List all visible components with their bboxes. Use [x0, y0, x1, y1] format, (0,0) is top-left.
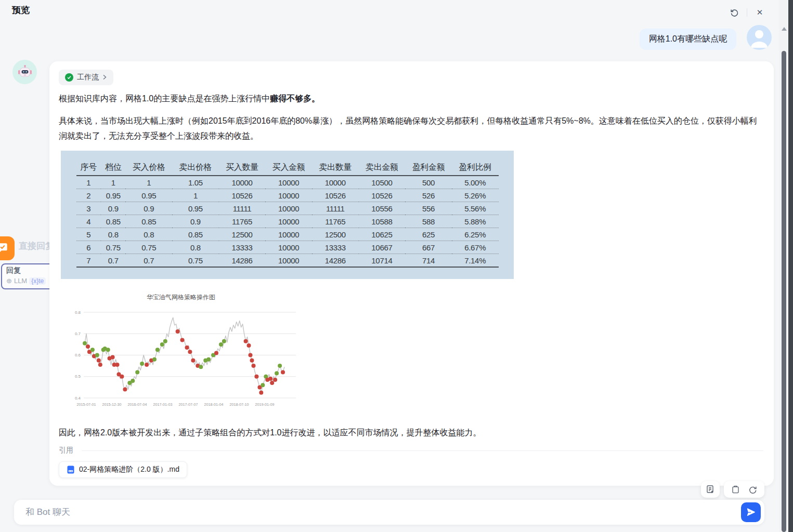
chat-input[interactable]	[25, 500, 743, 525]
svg-text:2015-07-01: 2015-07-01	[77, 402, 96, 407]
robot-icon	[17, 64, 33, 80]
refresh-icon	[729, 7, 739, 18]
answer-paragraph-1: 根据知识库内容，网格1.0的主要缺点是在强势上涨行情中赚得不够多。	[59, 91, 762, 106]
composer-bar	[14, 500, 764, 525]
chevron-right-icon	[102, 73, 107, 82]
bot-avatar	[12, 60, 37, 84]
log-icon	[706, 485, 715, 494]
page-title: 预览	[12, 4, 30, 16]
table-row: 40.850.850.9117651000011765105885885.88%	[76, 215, 499, 228]
answer-paragraph-3: 因此，网格2.0版本被开发出来，通过子策略组合的方式对1.0进行改进，以适应不同…	[59, 425, 762, 440]
strategy-chart-svg: 华宝油气网格策略操作图0.80.70.60.50.42015-07-012015…	[61, 285, 302, 416]
bot-message-card: 工作流 根据知识库内容，网格1.0的主要缺点是在强势上涨行情中赚得不够多。 具体…	[49, 61, 774, 486]
workflow-label: 工作流	[77, 73, 99, 82]
strategy-chart-image: 华宝油气网格策略操作图0.80.70.60.50.42015-07-012015…	[61, 285, 302, 416]
table-row: 1111.05100001000010000105005005.00%	[76, 176, 499, 189]
chat-check-icon	[0, 242, 9, 255]
message-actions	[724, 481, 764, 498]
table-row: 20.950.951105261000010526105265265.26%	[76, 189, 499, 202]
clipboard-icon[interactable]	[731, 485, 740, 494]
citation-file-name: 02-网格策略进阶（2.0 版）.md	[79, 465, 179, 474]
workflow-check-icon	[65, 73, 73, 82]
citation-label: 引用	[59, 446, 73, 455]
llm-var-chip: {x}te	[29, 277, 46, 285]
llm-label: LLM	[14, 277, 27, 285]
workflow-node-direct-reply-label: 直接回复	[19, 240, 54, 252]
svg-text:0.5: 0.5	[75, 374, 81, 379]
regenerate-icon[interactable]	[748, 485, 757, 494]
view-log-button[interactable]	[701, 481, 720, 498]
table-row: 50.80.80.85125001000012500106256256.25%	[76, 228, 499, 241]
workflow-node-direct-reply-icon[interactable]	[0, 236, 15, 260]
send-icon	[746, 507, 756, 517]
svg-text:2018-01-04: 2018-01-04	[204, 402, 224, 407]
topbar-actions: ✕	[727, 5, 767, 20]
svg-text:0.7: 0.7	[75, 331, 81, 336]
answer-bold-phrase: 赚得不够多。	[270, 94, 320, 103]
window-edge	[788, 0, 793, 532]
svg-text:2017-07-07: 2017-07-07	[179, 402, 198, 407]
person-icon	[747, 25, 772, 50]
send-button[interactable]	[741, 502, 761, 522]
reset-conversation-button[interactable]	[727, 5, 742, 20]
table-row: 30.90.90.95111111000011111105565565.56%	[76, 202, 499, 215]
scroll-up-arrow[interactable]	[782, 27, 787, 31]
user-message-bubble: 网格1.0有哪些缺点呢	[640, 29, 736, 50]
table-row: 70.70.70.75142861000014286107147147.14%	[76, 254, 499, 268]
svg-text:0.6: 0.6	[75, 353, 81, 357]
llm-plus-icon: ⊕	[6, 277, 12, 285]
grid-table: 序号档位买入价格卖出价格买入数量买入金额卖出数量卖出金额盈利金额盈利比例1111…	[76, 160, 499, 268]
user-avatar	[747, 25, 772, 50]
citation-file-chip[interactable]: 02-网格策略进阶（2.0 版）.md	[59, 461, 187, 478]
svg-text:2019-01-09: 2019-01-09	[255, 402, 275, 407]
svg-text:2016-07-04: 2016-07-04	[128, 402, 147, 407]
svg-text:2015-12-30: 2015-12-30	[102, 402, 122, 407]
close-icon: ✕	[757, 8, 763, 17]
table-row: 60.750.750.8133331000013333106676676.67%	[76, 241, 499, 254]
grid-strategy-table-image: 序号档位买入价格卖出价格买入数量买入金额卖出数量卖出金额盈利金额盈利比例1111…	[61, 151, 514, 279]
workflow-status-pill[interactable]: 工作流	[59, 70, 113, 85]
svg-text:0.8: 0.8	[75, 310, 81, 315]
svg-text:0.4: 0.4	[75, 396, 81, 401]
svg-text:2017-01-03: 2017-01-03	[153, 402, 173, 407]
scrollbar-thumb[interactable]	[782, 51, 786, 532]
answer-paragraph-2: 具体来说，当市场出现大幅上涨时（例如2015年底到2016年底的80%暴涨），虽…	[59, 113, 762, 143]
topbar-divider	[747, 8, 747, 17]
svg-text:华宝油气网格策略操作图: 华宝油气网格策略操作图	[147, 294, 215, 301]
citation-divider	[82, 450, 763, 451]
close-preview-button[interactable]: ✕	[752, 5, 767, 20]
file-md-icon	[67, 466, 75, 474]
svg-text:2018-07-10: 2018-07-10	[230, 402, 249, 407]
